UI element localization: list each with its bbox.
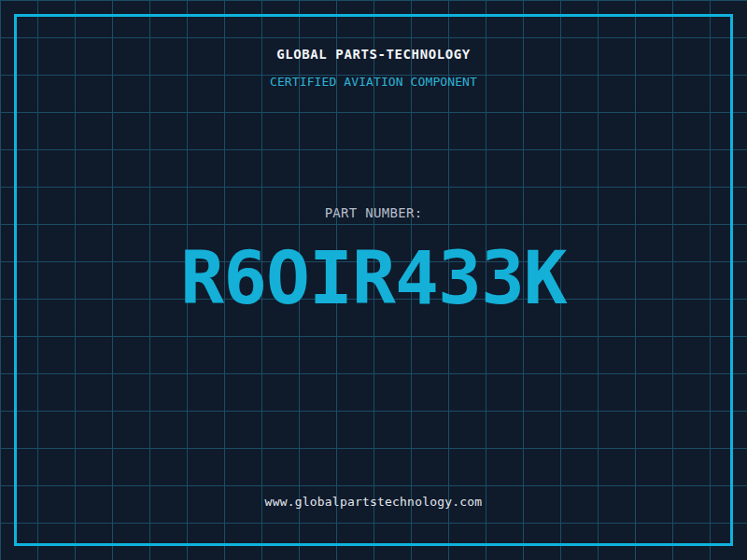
part-number-label: PART NUMBER: [0, 206, 747, 219]
part-number-value: R6OIR433K [0, 242, 747, 315]
website-url: www.globalpartstechnology.com [0, 496, 747, 508]
certification-subtitle: CERTIFIED AVIATION COMPONENT [0, 76, 747, 88]
grid-background: GLOBAL PARTS-TECHNOLOGY CERTIFIED AVIATI… [0, 0, 747, 560]
company-title: GLOBAL PARTS-TECHNOLOGY [0, 48, 747, 61]
